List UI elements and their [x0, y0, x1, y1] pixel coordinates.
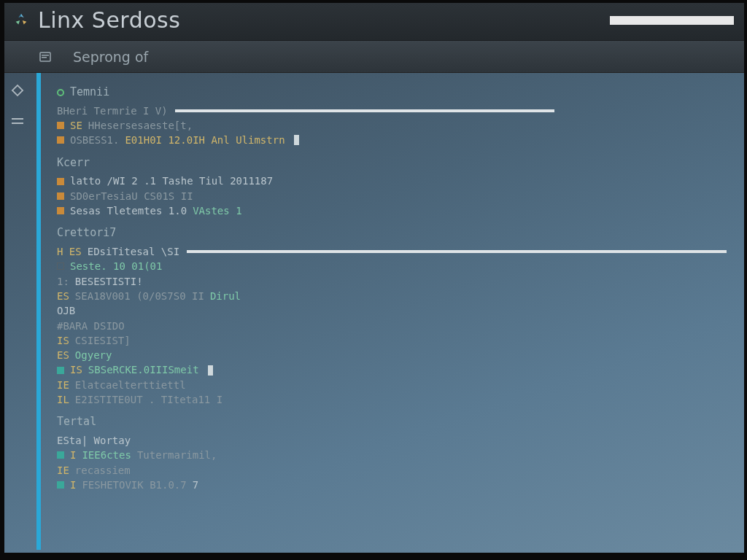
bullet-icon — [57, 367, 64, 374]
output-line: H ES EDsiTitesal \SI — [57, 244, 732, 259]
output-line: ES SEA18V001 (0/0S7S0 II Dirul — [57, 289, 732, 303]
bullet-icon — [57, 451, 64, 459]
menu-icon[interactable] — [10, 114, 25, 128]
output-line: IL E2ISTITE0UT . TIteta11 I — [57, 392, 732, 407]
titlebar: Linx Serdoss — [0, 0, 747, 41]
app-logo-icon — [13, 12, 29, 28]
svg-rect-5 — [12, 122, 23, 124]
output-line: Seste. 10 01(01 — [57, 259, 732, 273]
output-line: Sesas Tletemtes 1.0 VAstes 1 — [57, 203, 732, 218]
terminal-output: Temnii BHeri Termrie I V) SE HHesersesae… — [41, 73, 747, 550]
bullet-icon — [57, 192, 64, 200]
output-line: IE recassiem — [57, 463, 732, 478]
svg-rect-3 — [12, 85, 23, 96]
side-rail — [0, 73, 35, 550]
output-line: IS SBSeRCKE.0IIISmeit — [57, 362, 732, 377]
section-head-creator: Crettori7 — [57, 225, 732, 241]
breadcrumb-bar: Seprong of — [0, 41, 747, 73]
output-line: 1: BESESTISTI! — [57, 274, 732, 289]
output-line: SD0erTesiaU CS01S II — [57, 189, 732, 203]
bullet-icon — [57, 136, 64, 144]
section-label: Temnii — [70, 85, 109, 101]
output-line: IS CSIESIST] — [57, 333, 732, 348]
app-title: Linx Serdoss — [38, 7, 180, 33]
svg-rect-1 — [42, 55, 49, 56]
bullet-icon — [57, 178, 64, 185]
section-head-terminal: Temnii — [57, 85, 732, 101]
output-line: BHeri Termrie I V) — [57, 104, 732, 118]
diamond-icon[interactable] — [10, 83, 25, 98]
search-input[interactable] — [610, 16, 734, 25]
document-icon — [39, 51, 53, 63]
section-label: Crettori7 — [57, 225, 116, 241]
output-line: SE HHesersesaeste[t, — [57, 118, 732, 133]
breadcrumb: Seprong of — [73, 49, 148, 65]
output-line: #BARA DSIDO — [57, 319, 732, 333]
output-line: I FESHETOVIK B1.0.7 7 — [57, 478, 732, 492]
bullet-icon — [57, 262, 64, 270]
svg-rect-4 — [12, 118, 23, 120]
bullet-icon — [57, 481, 64, 489]
cursor-icon — [208, 365, 213, 376]
output-line: IE Elatcaelterttiettl — [57, 378, 732, 392]
section-label: Tertal — [57, 414, 96, 430]
output-line: OJB — [57, 303, 732, 318]
section-label: Kcerr — [57, 155, 90, 171]
output-line: ESta| Wortay — [57, 433, 732, 448]
divider — [175, 109, 554, 112]
bullet-icon — [57, 207, 64, 214]
output-line: ES Ogyery — [57, 348, 732, 362]
output-line: I IEE6ctes Tutermarimil, — [57, 448, 732, 462]
section-head-total: Tertal — [57, 414, 732, 430]
divider — [187, 250, 727, 253]
svg-rect-2 — [42, 57, 47, 58]
section-head-kernel: Kcerr — [57, 155, 732, 171]
cursor-icon — [294, 135, 299, 145]
status-dot-icon — [57, 89, 64, 96]
output-line: OSBESS1. E01H0I 12.0IH Anl Ulimstrn — [57, 133, 732, 147]
bullet-icon — [57, 122, 64, 129]
output-line: latto /WI 2 .1 Tashe Tiul 2011187 — [57, 174, 732, 188]
